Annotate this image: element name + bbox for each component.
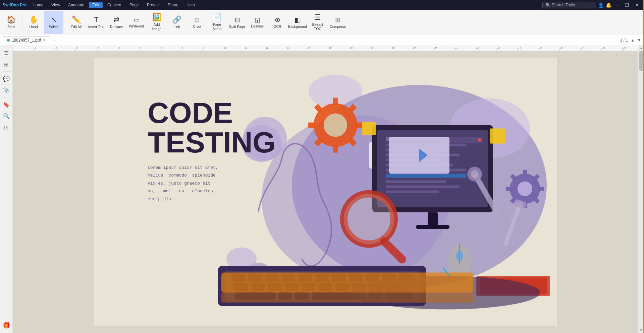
svg-rect-222 <box>386 181 446 183</box>
doc-area[interactable]: </> <box>13 51 638 333</box>
insert-text-icon: T <box>94 16 98 23</box>
svg-rect-193 <box>333 145 338 153</box>
hand-label: Hand <box>29 25 38 29</box>
svg-text:16: 16 <box>350 46 353 49</box>
nav-annotate[interactable]: Annotate <box>65 2 88 8</box>
sidebar-item-pages[interactable]: ⊞ <box>1 59 11 69</box>
ruler-marks: // We'll do this in the init script belo… <box>13 45 638 51</box>
titlebar-right: 🔍 Search Tools 👤 🔔 ─ ❐ ✕ <box>542 2 641 8</box>
tool-extract-toc[interactable]: ☰ Extract TOC <box>308 11 327 34</box>
sidebar-item-bookmarks[interactable]: 🔖 <box>1 99 11 110</box>
titlebar-left: SwifDoo Pro Home View Annotate Edit Conv… <box>3 2 198 8</box>
svg-point-226 <box>478 138 481 142</box>
tool-link[interactable]: 🔗 Link <box>167 11 186 34</box>
svg-text:14: 14 <box>308 46 311 49</box>
svg-text:2: 2 <box>55 46 57 49</box>
replace-icon: ⇄ <box>113 16 119 23</box>
notification-icon[interactable]: 🔔 <box>606 2 611 8</box>
edit-all-icon: ✏️ <box>72 16 81 23</box>
svg-text:19: 19 <box>413 46 416 49</box>
ocr-label: OCR <box>273 24 281 29</box>
start-icon: 🏠 <box>7 16 16 23</box>
deskew-label: Deskew <box>251 24 263 28</box>
ocr-icon: ⊕ <box>275 16 280 23</box>
split-page-label: Split Page <box>229 24 245 29</box>
tab-pdf[interactable]: 18824957_1.pdf ✕ <box>3 36 50 44</box>
svg-text:1: 1 <box>35 46 36 49</box>
sidebar-item-comments[interactable]: 💬 <box>1 74 11 84</box>
add-image-label: Add Image <box>148 22 165 31</box>
nav-page[interactable]: Page <box>126 2 142 8</box>
nav-help[interactable]: Help <box>183 2 198 8</box>
insert-text-label: Insert Text <box>88 25 104 29</box>
tool-crop[interactable]: ⊡ Crop <box>187 11 207 34</box>
svg-rect-228 <box>416 225 449 229</box>
page-number-display: 1 / 1 <box>620 38 628 43</box>
minimize-button[interactable]: ─ <box>613 2 621 8</box>
tool-edit-all[interactable]: ✏️ Edit All <box>66 11 86 34</box>
tab-add-button[interactable]: + <box>51 37 57 43</box>
sep1 <box>22 14 22 31</box>
tool-hand[interactable]: ✋ Hand <box>24 11 43 34</box>
body-text: Lorem ipsum dolor sit amet, melius commo… <box>148 164 228 203</box>
sidebar-item-thumbnails[interactable]: ☰ <box>1 48 11 58</box>
tool-ocr[interactable]: ⊕ OCR <box>268 11 287 34</box>
sidebar-item-gift[interactable]: 🎁 <box>1 320 11 330</box>
svg-point-272 <box>456 251 463 261</box>
nav-protect[interactable]: Protect <box>144 2 163 8</box>
search-tools-box[interactable]: 🔍 Search Tools <box>542 2 596 8</box>
edit-all-label: Edit All <box>71 25 82 29</box>
svg-rect-225 <box>446 137 483 143</box>
pdf-page: </> <box>94 58 557 326</box>
close-button[interactable]: ✕ <box>633 2 641 8</box>
tool-background[interactable]: ◧ Background <box>288 11 307 34</box>
svg-text:10: 10 <box>224 46 227 49</box>
tool-select[interactable]: ↖ Select <box>44 11 63 34</box>
white-out-label: White-out <box>129 24 144 28</box>
tool-add-image[interactable]: 🖼️ Add Image <box>147 11 166 34</box>
svg-text:23: 23 <box>497 46 500 49</box>
nav-share[interactable]: Share <box>164 2 182 8</box>
svg-rect-192 <box>333 98 338 105</box>
tool-compress[interactable]: ⊞ Compress <box>328 11 347 34</box>
sidebar-item-attachments[interactable]: 📎 <box>1 85 11 95</box>
restore-button[interactable]: ❐ <box>623 2 631 8</box>
tool-insert-text[interactable]: T Insert Text <box>87 11 106 34</box>
svg-text:8: 8 <box>181 46 183 49</box>
svg-text:18: 18 <box>392 46 395 49</box>
tool-split-page[interactable]: ⊟ Split Page <box>227 11 247 34</box>
select-icon: ↖ <box>51 16 57 23</box>
svg-text:15: 15 <box>329 46 332 49</box>
tool-replace[interactable]: ⇄ Replace <box>107 11 126 34</box>
nav-edit[interactable]: Edit <box>89 2 103 8</box>
tab-status-dot <box>7 39 10 42</box>
tab-close-button[interactable]: ✕ <box>43 38 46 42</box>
select-label: Select <box>49 25 58 29</box>
svg-text:13: 13 <box>287 46 290 49</box>
chevron-up-icon[interactable]: ▲ <box>631 38 635 43</box>
svg-text:21: 21 <box>455 46 458 49</box>
nav-convert[interactable]: Convert <box>104 2 125 8</box>
svg-rect-229 <box>362 122 376 135</box>
svg-text:24: 24 <box>518 46 521 49</box>
sidebar-item-search[interactable]: 🔍 <box>1 111 11 121</box>
tool-white-out[interactable]: ▭ White-out <box>127 11 146 34</box>
svg-rect-223 <box>386 186 460 188</box>
tool-deskew[interactable]: ◱ Deskew <box>248 11 267 34</box>
white-out-icon: ▭ <box>134 17 140 23</box>
tool-start[interactable]: 🏠 Start <box>1 11 21 34</box>
svg-rect-227 <box>428 212 438 226</box>
svg-text:6: 6 <box>140 46 141 49</box>
tool-page-setup[interactable]: 📄 Page Setup <box>207 11 227 34</box>
user-icon[interactable]: 👤 <box>598 2 604 8</box>
nav-view[interactable]: View <box>48 2 63 8</box>
search-icon: 🔍 <box>545 3 550 7</box>
svg-text:29: 29 <box>623 46 626 49</box>
app-logo: SwifDoo Pro <box>3 3 26 7</box>
svg-text:27: 27 <box>581 46 584 49</box>
sidebar-item-accessibility[interactable]: ⊡ <box>1 122 11 132</box>
crop-label: Crop <box>193 24 201 29</box>
sidebar: ☰ ⊞ 💬 📎 🔖 🔍 ⊡ 🎁 <box>0 45 13 333</box>
chevron-down-icon[interactable]: ▼ <box>637 38 641 43</box>
nav-home[interactable]: Home <box>29 2 47 8</box>
